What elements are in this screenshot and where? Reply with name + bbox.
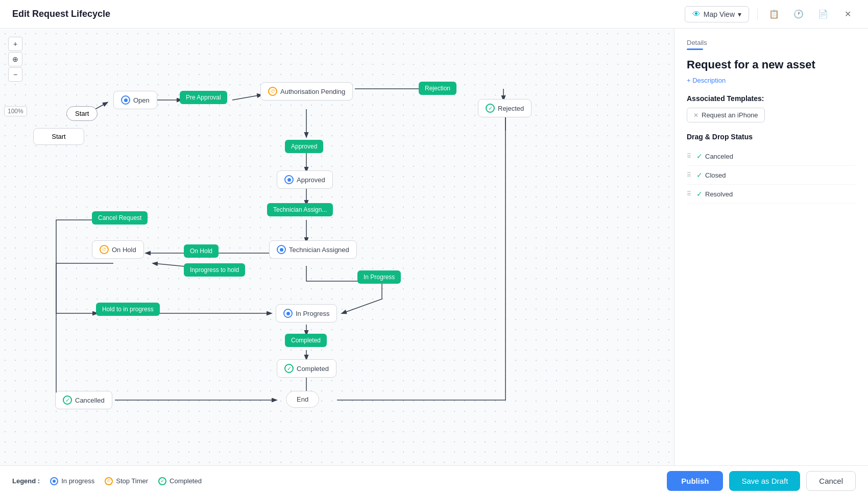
zoom-out-button[interactable]: − [8,67,22,82]
hold-to-inprogress-transition[interactable]: Hold to in progress [96,303,160,316]
header-divider [757,8,758,20]
inprogress-to-hold-transition[interactable]: Inprogress to hold [184,263,245,277]
inprogress-icon [121,95,130,105]
zoom-label: 100% [4,106,27,116]
rejection-transition[interactable]: Rejection [419,82,456,95]
inprogress-icon4 [283,309,293,318]
open-state-node[interactable]: Open [113,91,157,109]
authorisation-pending-node[interactable]: ⏱ Authorisation Pending [260,82,353,101]
close-button[interactable]: ✕ [839,6,856,22]
status-item-resolved: ⠿ ✓ Resolved [687,185,856,204]
on-hold-transition[interactable]: On Hold [184,244,219,258]
cancel-request-transition[interactable]: Cancel Request [92,211,148,225]
stoptimer-icon2: ⏱ [100,245,109,254]
technician-assigned-node[interactable]: Technician Assigned [269,240,357,259]
legend-inprogress-label: In progress [61,477,94,485]
save-draft-button[interactable]: Save as Draft [729,471,800,491]
start-capsule: Start [66,106,98,121]
pdf-icon-button[interactable]: 📋 [766,6,782,22]
flow-canvas[interactable]: + ⊕ − 100% [0,29,674,465]
status-name-canceled: Canceled [705,153,733,160]
description-link[interactable]: + Description [687,77,856,84]
completed-icon: ✓ [486,104,495,113]
approved-transition[interactable]: Approved [285,140,323,153]
details-label: Details [687,39,856,46]
legend: Legend : In progress ⏱ Stop Timer ✓ Comp… [12,477,202,485]
inprogress-icon2 [284,175,294,184]
legend-inprogress: In progress [50,477,94,485]
chevron-down-icon: ▾ [738,10,741,18]
legend-label: Legend : [12,477,40,485]
main-content: + ⊕ − 100% [0,29,868,465]
map-view-label: Map View [704,10,735,18]
in-progress-transition[interactable]: In Progress [357,270,401,284]
on-hold-state-node[interactable]: ⏱ On Hold [92,240,144,259]
approved-state-node[interactable]: Approved [277,170,333,189]
status-badge-canceled: ✓ Canceled [696,152,733,160]
drag-handle-resolved[interactable]: ⠿ [687,190,691,197]
in-progress-state-node[interactable]: In Progress [276,304,337,323]
sidebar-header: Details Request for a new asset + Descri… [674,29,868,122]
map-view-button[interactable]: 👁 Map View ▾ [685,6,749,22]
inprogress-icon3 [277,245,286,254]
target-button[interactable]: ⊕ [8,52,22,66]
header: Edit Request Lifecycle 👁 Map View ▾ 📋 🕐 … [0,0,868,29]
pre-approval-transition[interactable]: Pre Approval [180,91,227,104]
drag-drop-section: Drag & Drop Status ⠿ ✓ Canceled ⠿ ✓ Clos… [674,122,868,214]
status-badge-closed: ✓ Closed [696,171,726,179]
cancel-button[interactable]: Cancel [806,471,856,491]
header-actions: 👁 Map View ▾ 📋 🕐 📄 ✕ [685,6,856,22]
zoom-in-button[interactable]: + [8,37,22,51]
legend-stoptimer-icon: ⏱ [105,477,113,485]
eye-icon: 👁 [692,10,701,19]
file-icon-button[interactable]: 📄 [815,6,831,22]
start-tooltip: Start [33,128,84,145]
status-name-closed: Closed [705,171,726,179]
legend-inprogress-icon [50,477,58,485]
remove-template-button[interactable]: ✕ [693,112,698,119]
cancelled-state-node[interactable]: ✓ Cancelled [55,391,112,409]
canvas-controls: + ⊕ − [8,37,22,82]
technician-assign-transition[interactable]: Technician Assign... [267,203,333,216]
details-underline [687,48,703,50]
legend-completed: ✓ Completed [158,477,202,485]
sidebar: Details Request for a new asset + Descri… [674,29,868,465]
status-name-resolved: Resolved [705,190,733,198]
publish-button[interactable]: Publish [667,471,723,491]
check-icon-closed: ✓ [696,171,703,179]
legend-stoptimer-label: Stop Timer [116,477,148,485]
footer-actions: Publish Save as Draft Cancel [667,471,856,491]
legend-stoptimer: ⏱ Stop Timer [105,477,148,485]
stoptimer-icon: ⏱ [268,87,277,96]
legend-completed-icon: ✓ [158,477,166,485]
completed-icon2: ✓ [284,364,294,373]
template-tag: ✕ Request an iPhone [687,108,765,122]
status-badge-resolved: ✓ Resolved [696,190,733,198]
drag-handle-closed[interactable]: ⠿ [687,171,691,179]
drag-handle-canceled[interactable]: ⠿ [687,153,691,160]
template-name: Request an iPhone [702,111,758,119]
check-icon-canceled: ✓ [696,152,703,160]
end-state-node[interactable]: End [286,391,319,408]
status-item-canceled: ⠿ ✓ Canceled [687,147,856,166]
lifecycle-title: Request for a new asset [687,58,856,71]
rejected-state-node[interactable]: ✓ Rejected [478,99,532,117]
status-item-closed: ⠿ ✓ Closed [687,166,856,185]
check-icon-resolved: ✓ [696,190,703,198]
associated-templates-label: Associated Templates: [687,94,856,103]
clock-icon-button[interactable]: 🕐 [790,6,807,22]
footer: Legend : In progress ⏱ Stop Timer ✓ Comp… [0,465,868,496]
completed-state-node[interactable]: ✓ Completed [277,359,336,378]
completed-icon3: ✓ [63,395,72,405]
drag-drop-title: Drag & Drop Status [687,133,856,141]
legend-completed-label: Completed [170,477,202,485]
page-title: Edit Request Lifecycle [12,9,110,19]
completed-transition[interactable]: Completed [285,334,327,347]
